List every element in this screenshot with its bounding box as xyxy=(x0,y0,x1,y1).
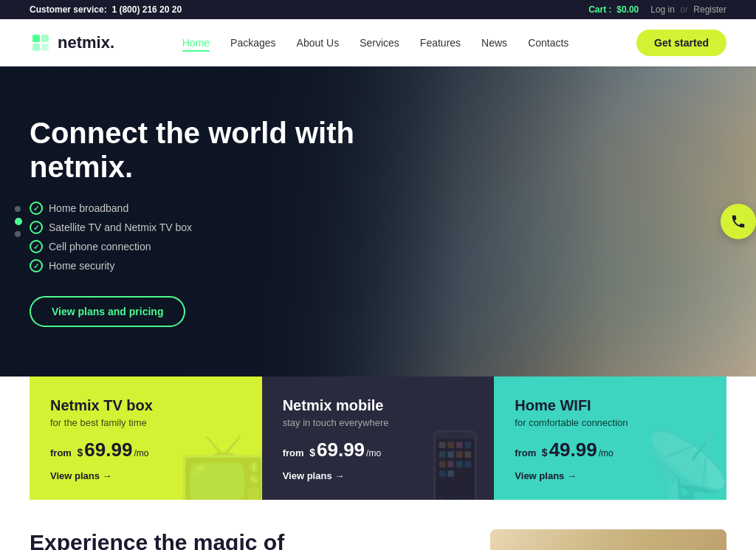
nav-news[interactable]: News xyxy=(481,37,507,49)
nav-packages[interactable]: Packages xyxy=(230,37,275,49)
card-wifi: Home WIFI for comfortable connection fro… xyxy=(494,377,726,500)
login-link[interactable]: Log in xyxy=(650,4,675,15)
check-icon-4 xyxy=(30,259,43,272)
svg-rect-2 xyxy=(32,44,40,51)
phone-button[interactable] xyxy=(721,204,756,239)
logo[interactable]: netmix. xyxy=(30,32,114,54)
hero-content: Connect the world with netmix. Home broa… xyxy=(0,79,399,364)
logo-text: netmix. xyxy=(58,33,114,52)
nav-contacts[interactable]: Contacts xyxy=(528,37,568,49)
card-title-mobile: Netmix mobile xyxy=(283,397,474,414)
top-bar: Customer service: 1 (800) 216 20 20 Cart… xyxy=(0,0,756,19)
card-tv-box: Netmix TV box for the best family time f… xyxy=(30,377,262,500)
nav-about[interactable]: About Us xyxy=(297,37,340,49)
card-bg-icon-tv: 📺 xyxy=(177,433,262,500)
feature-2: Satellite TV and Netmix TV box xyxy=(30,221,369,234)
hero-features: Home broadband Satellite TV and Netmix T… xyxy=(30,202,369,272)
register-link[interactable]: Register xyxy=(693,4,726,15)
auth-links: Log in or Register xyxy=(650,4,726,15)
check-icon-1 xyxy=(30,202,43,215)
logo-icon xyxy=(30,32,52,54)
bottom-text: Experience the magic of technology xyxy=(30,529,461,550)
slider-dots xyxy=(15,206,22,237)
card-mobile: Netmix mobile stay in touch everywhere f… xyxy=(262,377,495,500)
cs-label: Customer service: xyxy=(30,4,107,15)
cart-amount: $0.00 xyxy=(616,4,639,15)
card-link-tv[interactable]: View plans → xyxy=(50,470,112,481)
dot-1[interactable] xyxy=(15,206,21,212)
get-started-button[interactable]: Get started xyxy=(636,30,726,56)
main-nav: Home Packages About Us Services Features… xyxy=(182,37,569,49)
customer-service: Customer service: 1 (800) 216 20 20 xyxy=(30,4,182,15)
card-bg-icon-mobile: 📱 xyxy=(409,433,494,500)
feature-3: Cell phone connection xyxy=(30,240,369,253)
view-plans-button[interactable]: View plans and pricing xyxy=(30,296,185,327)
service-cards: Netmix TV box for the best family time f… xyxy=(30,377,726,500)
hero-title: Connect the world with netmix. xyxy=(30,116,369,184)
card-subtitle-wifi: for comfortable connection xyxy=(515,417,706,428)
feature-1: Home broadband xyxy=(30,202,369,215)
card-link-wifi[interactable]: View plans → xyxy=(515,470,577,481)
bottom-image xyxy=(490,529,726,550)
nav-home[interactable]: Home xyxy=(182,37,210,49)
header: netmix. Home Packages About Us Services … xyxy=(0,19,756,66)
nav-services[interactable]: Services xyxy=(360,37,399,49)
feature-4: Home security xyxy=(30,259,369,272)
svg-rect-1 xyxy=(41,35,49,42)
card-subtitle-tv: for the best family time xyxy=(50,417,241,428)
nav-features[interactable]: Features xyxy=(420,37,461,49)
hero-section: Connect the world with netmix. Home broa… xyxy=(0,66,756,377)
card-subtitle-mobile: stay in touch everywhere xyxy=(283,417,474,428)
bottom-title: Experience the magic of technology xyxy=(30,529,461,550)
card-bg-icon-wifi: 📡 xyxy=(642,433,726,500)
cart-info: Cart : $0.00 xyxy=(588,4,639,15)
dot-2[interactable] xyxy=(15,218,22,225)
card-title-wifi: Home WIFI xyxy=(515,397,706,414)
svg-rect-3 xyxy=(41,44,49,51)
card-link-mobile[interactable]: View plans → xyxy=(283,470,345,481)
check-icon-2 xyxy=(30,221,43,234)
check-icon-3 xyxy=(30,240,43,253)
top-right: Cart : $0.00 Log in or Register xyxy=(588,4,726,15)
dot-3[interactable] xyxy=(15,231,21,237)
bottom-teaser: Experience the magic of technology xyxy=(0,500,756,550)
cs-phone: 1 (800) 216 20 20 xyxy=(111,4,182,15)
svg-rect-0 xyxy=(32,35,40,42)
card-title-tv: Netmix TV box xyxy=(50,397,241,414)
